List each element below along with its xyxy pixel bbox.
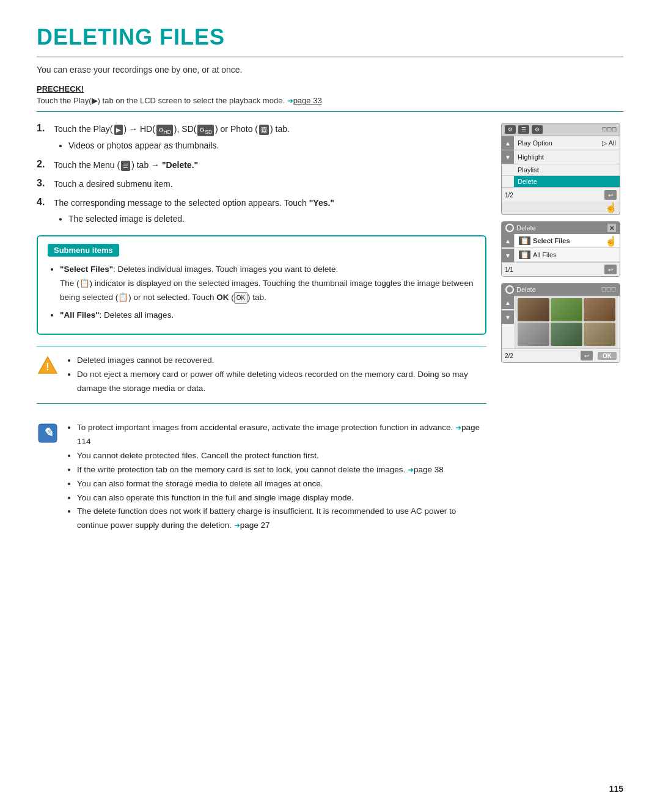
menu-item-highlight: Highlight [514,152,620,163]
submenu-title: Submenu items [48,244,119,257]
ui-screenshot-2: Delete ✕ ▲ ▼ 📋 Select Files [501,221,620,277]
svg-text:!: ! [46,362,49,372]
subtitle: You can erase your recordings one by one… [37,65,623,75]
thumb-nav-row: ▲ ▼ [502,296,620,348]
warning-text-list: Deleted images cannot be recovered. Do n… [66,354,486,396]
play-option-value: ▷ All [602,139,616,147]
note-icon: ✎ [37,422,59,444]
step-3-text: Touch a desired submenu item. [54,178,173,191]
delete-title-3: Delete [516,286,536,293]
note-box: ✎ To protect important images from accid… [37,414,486,541]
close-btn[interactable]: ✕ [607,224,616,232]
step-4-bullets: The selected image is deleted. [54,212,334,225]
select-files-row: ▲ ▼ 📋 Select Files ☝ [502,234,620,262]
select-files-item[interactable]: 📋 Select Files ☝ [515,234,620,248]
steps-list: 1. Touch the Play(▶) → HD(⚙HD), SD(⚙SD) … [37,123,486,225]
note-item-2: You cannot delete protected files. Cance… [77,449,486,463]
ui-row-playlist: Playlist [502,164,620,176]
finger-hint-2: ☝ [605,235,617,247]
ui-row-play-option: ▲ Play Option ▷ All [502,136,620,150]
ok-btn-3[interactable]: OK [598,352,617,360]
page-title: DELETING FILES [37,24,623,57]
menu-item-delete[interactable]: Delete [514,176,620,187]
battery-indicator: ☐☐☐ [602,126,617,133]
step-2-number: 2. [37,159,49,170]
left-column: 1. Touch the Play(▶) → HD(⚙HD), SD(⚙SD) … [37,123,486,540]
submenu-item-select-files: "Select Files": Deletes individual image… [60,263,475,305]
select-files-label: 📋 Select Files [519,236,570,245]
step-3: 3. Touch a desired submenu item. [37,178,486,191]
warning-item-2: Do not eject a memory card or power off … [77,368,486,396]
step-4-text: The corresponding message to the selecte… [54,197,334,225]
thumbnail-1[interactable] [518,298,549,321]
back-btn-3[interactable]: ↩ [581,351,593,360]
delete-cam-icon [505,224,514,232]
page-ref-33: ➜ [287,97,293,105]
ui-body-3: ▲ ▼ 2/2 ↩ OK [502,296,620,362]
precheck-section: PRECHECK! Touch the Play(▶) tab on the L… [37,84,623,112]
thumbnail-grid [515,296,618,348]
nav-down-2[interactable]: ▼ [502,249,514,262]
indicator-icon: 📋 [79,279,90,288]
thumbnail-6[interactable] [584,323,615,346]
nav-up-2[interactable]: ▲ [502,234,514,247]
battery-text-3: ☐☐☐ [601,287,616,293]
step-2: 2. Touch the Menu (☰) tab → "Delete." [37,159,486,172]
nav-down-3[interactable]: ▼ [502,310,514,324]
ui-screenshot-3: Delete ☐☐☐ ▲ ▼ [501,283,620,363]
play-tab-icon: ▶ [114,125,123,135]
settings-icon: ⚙ [532,125,543,134]
note-item-3: If the write protection tab on the memor… [77,463,486,477]
delete-header-left-3: Delete [505,285,536,294]
delete-cam-icon-3 [505,285,514,294]
menu-icon: ☰ [121,161,130,171]
ui-body-1: ▲ Play Option ▷ All ▼ Highlight Playlist [502,136,620,202]
note-text-list: To protect important images from acciden… [66,421,486,533]
step-1-number: 1. [37,123,49,134]
ui-row-delete: Delete [502,176,620,188]
ui-page-row-2: 1/1 ↩ [502,262,620,276]
back-btn-2[interactable]: ↩ [604,265,617,274]
select-files-icon: 📋 [519,236,530,245]
camcorder-icon: ⚙ [505,125,516,134]
main-content: 1. Touch the Play(▶) → HD(⚙HD), SD(⚙SD) … [37,123,623,540]
step-1-bullet-1: Videos or photos appear as thumbnails. [68,139,290,152]
play-icon: ▶ [92,96,98,105]
all-files-item[interactable]: 📋 All Files [515,248,620,262]
hd-icon: ⚙HD [156,125,173,136]
ui-delete-header-2: Delete ✕ [502,222,620,234]
back-btn-1[interactable]: ↩ [604,190,617,200]
svg-text:✎: ✎ [43,426,53,439]
step-4-bullet-1: The selected image is deleted. [68,212,334,225]
all-files-text: All Files [533,251,557,258]
submenu-list: "Select Files": Deletes individual image… [48,263,475,323]
thumbnail-3[interactable] [584,298,615,321]
warning-icon: ! [37,355,59,377]
submenu-box: Submenu items "Select Files": Deletes in… [37,235,486,335]
page-indicator-3: 2/2 [505,353,513,359]
ui-screenshot-1: ⚙ ☰ ⚙ ☐☐☐ ▲ Play Option ▷ All ▼ [501,123,620,215]
thumbnail-5[interactable] [551,323,582,346]
ui-body-2: ▲ ▼ 📋 Select Files ☝ [502,234,620,276]
page-ref-33-text: page 33 [293,96,322,105]
note-item-4: You can also format the storage media to… [77,477,486,491]
note-item-6: The delete function does not work if bat… [77,505,486,533]
note-item-5: You can also operate this function in th… [77,491,486,505]
selected-icon: 📋 [118,293,128,302]
step-2-text: Touch the Menu (☰) tab → "Delete." [54,159,198,172]
page-number: 115 [609,784,623,794]
sd-icon: ⚙SD [197,125,214,136]
thumbnail-4[interactable] [518,323,549,346]
ui-header-icons: ⚙ ☰ ⚙ [505,125,543,134]
ui-row-highlight: ▼ Highlight [502,150,620,164]
nav-down-btn[interactable]: ▼ [502,150,514,164]
menu-list-icon: ☰ [518,125,529,134]
thumbnail-2[interactable] [551,298,582,321]
nav-up-btn[interactable]: ▲ [502,136,514,150]
ui-page-row-3: 2/2 ↩ OK [502,348,620,362]
nav-up-3[interactable]: ▲ [502,296,514,309]
finger-hint-1: ☝ [502,202,620,214]
menu-item-playlist: Playlist [514,164,620,175]
note-item-1: To protect important images from acciden… [77,421,486,449]
page-indicator-1: 1/2 [505,192,513,199]
